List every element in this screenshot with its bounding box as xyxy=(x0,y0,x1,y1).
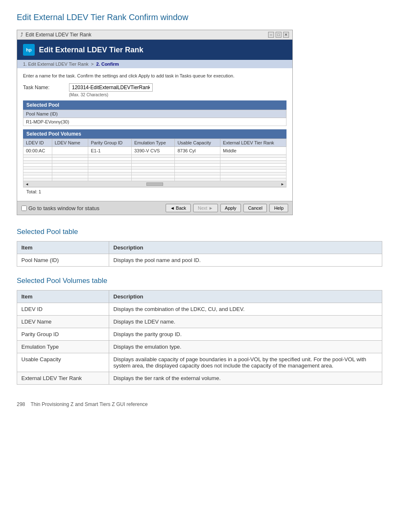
vol-doc-col-item: Item xyxy=(17,290,109,303)
list-item: Usable CapacityDisplays available capaci… xyxy=(17,353,382,372)
table-row xyxy=(23,172,286,175)
doc-desc: Displays the parity group ID. xyxy=(109,328,382,341)
selected-pool-doc-table: Item Description Pool Name (ID)Displays … xyxy=(17,241,382,267)
vol-col-parity-group: Parity Group ID xyxy=(88,139,132,147)
horizontal-scrollbar[interactable]: ◄ ► xyxy=(23,181,286,187)
table-row: 00:00:AC E1-1 3390-V CVS 8736 Cyl Middle xyxy=(23,147,286,155)
table-row xyxy=(23,164,286,167)
list-item: LDEV NameDisplays the LDEV name. xyxy=(17,316,382,328)
goto-tasks-checkbox[interactable] xyxy=(21,206,27,211)
volumes-table-container: LDEV ID LDEV Name Parity Group ID Emulat… xyxy=(23,139,286,181)
table-row xyxy=(23,170,286,172)
vol-col-usable-cap: Usable Capacity xyxy=(175,139,220,147)
list-item: Pool Name (ID)Displays the pool name and… xyxy=(17,254,382,267)
list-item: LDEV IDDisplays the combination of the L… xyxy=(17,303,382,316)
doc-desc: Displays the LDEV name. xyxy=(109,316,382,328)
close-button[interactable]: ✕ xyxy=(283,32,289,38)
vol-col-ldev-name: LDEV Name xyxy=(52,139,88,147)
table-row xyxy=(23,161,286,164)
volumes-table: LDEV ID LDEV Name Parity Group ID Emulat… xyxy=(23,139,286,181)
list-item: Parity Group IDDisplays the parity group… xyxy=(17,328,382,341)
scroll-left-arrow[interactable]: ◄ xyxy=(25,182,29,186)
doc-desc: Displays the tier rank of the external v… xyxy=(109,372,382,385)
vol-tier-rank: Middle xyxy=(220,147,286,155)
doc-item: LDEV Name xyxy=(17,316,109,328)
doc-item: LDEV ID xyxy=(17,303,109,316)
vol-ldev-id: 00:00:AC xyxy=(23,147,52,155)
total-row: Total: 1 xyxy=(23,187,286,196)
next-button[interactable]: Next ► xyxy=(193,204,218,212)
dialog-header-bar: hp Edit External LDEV Tier Rank xyxy=(17,40,292,60)
vol-parity-group: E1-1 xyxy=(88,147,132,155)
breadcrumb-step2: 2. Confirm xyxy=(96,62,119,67)
selected-pool-doc-title: Selected Pool table xyxy=(17,228,382,236)
vol-ldev-name xyxy=(52,147,88,155)
table-row xyxy=(23,158,286,161)
pool-name-col-header: Pool Name (ID) xyxy=(23,110,286,118)
selected-pool-vol-doc-table: Item Description LDEV IDDisplays the com… xyxy=(17,290,382,385)
task-name-row: Task Name: (Max. 32 Characters) xyxy=(23,83,286,97)
task-name-hint: (Max. 32 Characters) xyxy=(69,93,153,97)
dialog-footer: Go to tasks window for status ◄ Back Nex… xyxy=(17,201,292,215)
pool-name-row: R1-MDP-EVonny(30) xyxy=(23,118,286,126)
doc-item: External LDEV Tier Rank xyxy=(17,372,109,385)
help-button[interactable]: Help xyxy=(269,204,288,212)
doc-desc: Displays the emulation type. xyxy=(109,341,382,353)
list-item: External LDEV Tier RankDisplays the tier… xyxy=(17,372,382,385)
footer-checkbox-group: Go to tasks window for status xyxy=(21,205,100,211)
vol-emulation: 3390-V CVS xyxy=(131,147,174,155)
dialog-header-title: Edit External LDEV Tier Rank xyxy=(39,46,143,54)
page-title: Edit External LDEV Tier Rank Confirm win… xyxy=(17,13,382,22)
hp-logo: hp xyxy=(23,44,35,56)
breadcrumb-arrow: > xyxy=(91,62,94,67)
table-row xyxy=(23,167,286,170)
doc-item: Usable Capacity xyxy=(17,353,109,372)
pool-doc-col-desc: Description xyxy=(109,242,382,254)
scroll-right-arrow[interactable]: ► xyxy=(281,182,284,186)
pool-doc-col-item: Item xyxy=(17,242,109,254)
doc-desc: Displays the combination of the LDKC, CU… xyxy=(109,303,382,316)
dialog-window: ⤴ Edit External LDEV Tier Rank – □ ✕ hp … xyxy=(17,30,293,215)
task-name-label: Task Name: xyxy=(23,83,69,90)
selected-pool-header: Selected Pool xyxy=(23,100,286,110)
dialog-titlebar-left: ⤴ Edit External LDEV Tier Rank xyxy=(20,32,91,38)
back-button[interactable]: ◄ Back xyxy=(166,204,191,212)
goto-tasks-label: Go to tasks window for status xyxy=(28,205,100,211)
apply-button[interactable]: Apply xyxy=(220,204,241,212)
selected-pool-vol-doc-title: Selected Pool Volumes table xyxy=(17,277,382,285)
table-row xyxy=(23,175,286,178)
doc-desc: Displays available capacity of page boun… xyxy=(109,353,382,372)
table-row xyxy=(23,155,286,158)
page-footer: 298 Thin Provisioning Z and Smart Tiers … xyxy=(17,401,382,407)
cancel-button[interactable]: Cancel xyxy=(243,204,267,212)
maximize-button[interactable]: □ xyxy=(276,32,281,38)
breadcrumb-step1: 1. Edit External LDEV Tier Rank xyxy=(23,62,89,67)
doc-item: Parity Group ID xyxy=(17,328,109,341)
resize-icon: ⤴ xyxy=(20,32,23,38)
list-item: Emulation TypeDisplays the emulation typ… xyxy=(17,341,382,353)
selected-pool-volumes-header: Selected Pool Volumes xyxy=(23,129,286,139)
doc-desc: Displays the pool name and pool ID. xyxy=(109,254,382,267)
task-name-input[interactable] xyxy=(69,83,153,92)
instruction-text: Enter a name for the task. Confirm the s… xyxy=(23,73,286,78)
task-name-input-group: (Max. 32 Characters) xyxy=(69,83,153,97)
dialog-breadcrumb: 1. Edit External LDEV Tier Rank > 2. Con… xyxy=(17,60,292,68)
vol-col-ldev-id: LDEV ID xyxy=(23,139,52,147)
vol-col-external-ldev: External LDEV Tier Rank xyxy=(220,139,286,147)
selected-pool-table: Pool Name (ID) R1-MDP-EVonny(30) xyxy=(23,110,286,126)
pool-name-value: R1-MDP-EVonny(30) xyxy=(23,118,286,126)
vol-col-emulation: Emulation Type xyxy=(131,139,174,147)
dialog-titlebar: ⤴ Edit External LDEV Tier Rank – □ ✕ xyxy=(17,30,292,40)
minimize-button[interactable]: – xyxy=(268,32,274,38)
dialog-body: Enter a name for the task. Confirm the s… xyxy=(17,68,292,201)
table-row xyxy=(23,178,286,181)
dialog-title-label: Edit External LDEV Tier Rank xyxy=(26,32,91,38)
doc-item: Emulation Type xyxy=(17,341,109,353)
dialog-titlebar-controls[interactable]: – □ ✕ xyxy=(268,32,289,38)
doc-item: Pool Name (ID) xyxy=(17,254,109,267)
vol-usable-cap: 8736 Cyl xyxy=(175,147,220,155)
footer-text: Thin Provisioning Z and Smart Tiers Z GU… xyxy=(31,401,148,407)
page-number: 298 xyxy=(17,401,25,407)
vol-doc-col-desc: Description xyxy=(109,290,382,303)
